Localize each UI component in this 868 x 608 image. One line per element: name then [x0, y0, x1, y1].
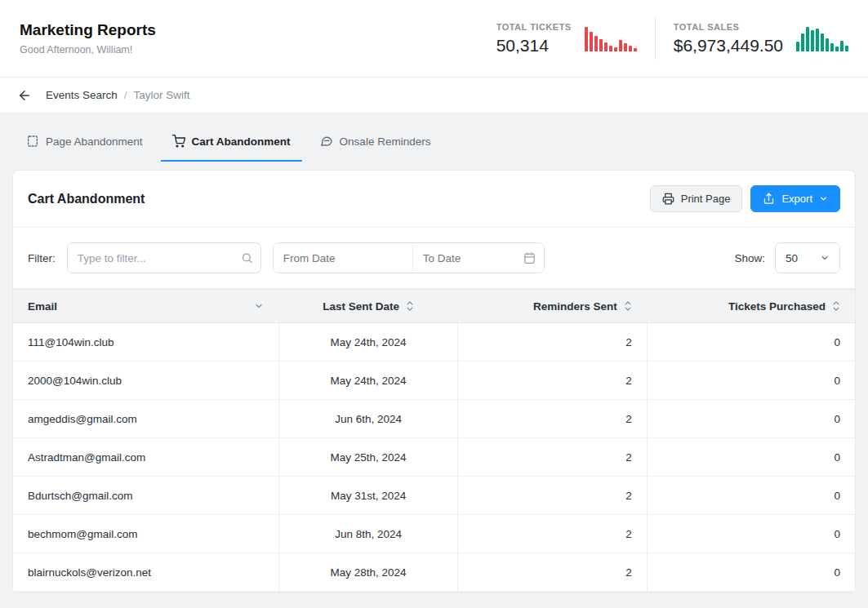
tab-page-abandonment[interactable]: Page Abandonment: [15, 123, 154, 162]
print-page-button[interactable]: Print Page: [650, 185, 743, 212]
cart-abandonment-table: Email Last Sent Date: [13, 289, 855, 592]
table-cell: 111@104win.club: [13, 323, 279, 362]
card-header: Cart Abandonment Print Page Export: [13, 171, 855, 228]
tab-label: Cart Abandonment: [192, 135, 291, 148]
sort-desc-icon: [254, 301, 264, 311]
cart-abandonment-card: Cart Abandonment Print Page Export Filte…: [12, 170, 856, 592]
total-tickets-label: TOTAL TICKETS: [496, 22, 572, 32]
table-cell: 2: [457, 438, 647, 477]
tab-bar: Page Abandonment Cart Abandonment Onsale…: [0, 123, 868, 162]
table-cell: 2: [457, 362, 647, 400]
column-header-last-sent-date[interactable]: Last Sent Date: [279, 290, 458, 323]
stats-divider: [655, 17, 656, 60]
show-group: Show: 50: [734, 242, 840, 273]
table-cell: 2: [457, 515, 647, 553]
tab-onsale-reminders[interactable]: Onsale Reminders: [309, 123, 443, 162]
column-header-tickets-purchased[interactable]: Tickets Purchased: [647, 290, 855, 323]
total-tickets-value: 50,314: [496, 36, 572, 55]
chat-icon: [320, 135, 333, 148]
tab-cart-abandonment[interactable]: Cart Abandonment: [161, 123, 302, 162]
column-header-reminders-sent[interactable]: Reminders Sent: [457, 290, 647, 323]
table-cell: Astradtman@gmail.com: [13, 438, 279, 477]
table-cell: May 31st, 2024: [279, 477, 458, 515]
breadcrumb-events-search[interactable]: Events Search: [46, 89, 118, 101]
page-size-value: 50: [786, 252, 798, 264]
sort-toggle-icon: [832, 300, 840, 312]
total-sales-value: $6,973,449.50: [674, 36, 783, 55]
table-cell: 0: [647, 400, 855, 438]
table-cell: amgeddis@gmail.com: [13, 400, 279, 438]
column-label: Email: [28, 300, 57, 313]
stat-total-tickets: TOTAL TICKETS 50,314: [496, 22, 637, 55]
table-row: blairnuckols@verizon.netMay 28th, 202420: [13, 553, 855, 592]
table-cell: 2: [457, 400, 647, 438]
filter-bar: Filter: Show: 50: [13, 228, 855, 289]
table-cell: May 24th, 2024: [279, 323, 458, 362]
table-cell: May 28th, 2024: [279, 553, 458, 592]
brand-block: Marketing Reports Good Afternoon, Willia…: [20, 21, 156, 55]
table-row: 111@104win.clubMay 24th, 202420: [13, 323, 855, 362]
table-cell: 2: [457, 323, 647, 362]
table-row: Astradtman@gmail.comMay 25th, 202420: [13, 438, 855, 477]
tickets-bar-chart: [585, 25, 637, 51]
filter-label: Filter:: [28, 252, 56, 264]
sort-toggle-icon: [406, 300, 414, 312]
breadcrumb-separator: /: [124, 89, 127, 101]
search-icon: [241, 252, 253, 264]
tab-label: Onsale Reminders: [340, 135, 431, 148]
column-label: Reminders Sent: [533, 300, 617, 313]
export-button[interactable]: Export: [750, 185, 840, 212]
top-header: Marketing Reports Good Afternoon, Willia…: [0, 0, 868, 78]
table-cell: 0: [647, 515, 855, 553]
printer-icon: [662, 193, 674, 205]
greeting-text: Good Afternoon, William!: [20, 44, 156, 55]
table-body: 111@104win.clubMay 24th, 2024202000@104w…: [13, 323, 855, 592]
header-stats: TOTAL TICKETS 50,314 TOTAL SALES $6,973,…: [496, 17, 848, 60]
column-header-email[interactable]: Email: [13, 290, 279, 323]
date-range-picker: [273, 242, 545, 273]
page-size-select[interactable]: 50: [775, 242, 840, 273]
table-cell: Jun 8th, 2024: [279, 515, 458, 553]
table-cell: 0: [647, 477, 855, 515]
breadcrumb: Events Search / Taylor Swift: [46, 89, 190, 101]
filter-input-wrap: [67, 242, 261, 273]
table-cell: 2000@104win.club: [13, 362, 279, 400]
export-label: Export: [781, 193, 812, 205]
table-cell: Bdurtsch@gmail.com: [13, 477, 279, 515]
table-cell: May 24th, 2024: [279, 362, 458, 400]
from-date-input[interactable]: [274, 243, 412, 273]
table-cell: Jun 6th, 2024: [279, 400, 458, 438]
cart-icon: [172, 135, 185, 148]
table-cell: 0: [647, 323, 855, 362]
export-icon: [763, 193, 775, 205]
column-label: Tickets Purchased: [728, 300, 826, 313]
table-cell: 0: [647, 362, 855, 400]
column-label: Last Sent Date: [323, 300, 399, 313]
table-cell: May 25th, 2024: [279, 438, 458, 477]
breadcrumb-taylor-swift: Taylor Swift: [134, 89, 190, 101]
chevron-down-icon: [820, 253, 830, 263]
table-cell: bechmom@gmail.com: [13, 515, 279, 553]
sort-toggle-icon: [624, 300, 632, 312]
tab-label: Page Abandonment: [46, 135, 143, 148]
page-title: Marketing Reports: [20, 21, 156, 39]
sales-bar-chart: [796, 25, 848, 51]
print-page-label: Print Page: [681, 193, 731, 205]
table-header-row: Email Last Sent Date: [13, 290, 855, 323]
table-cell: 2: [457, 477, 647, 515]
back-button[interactable]: [15, 86, 34, 105]
calendar-icon: [523, 252, 536, 264]
table-row: amgeddis@gmail.comJun 6th, 202420: [13, 400, 855, 438]
stat-total-sales: TOTAL SALES $6,973,449.50: [674, 22, 848, 55]
table-cell: blairnuckols@verizon.net: [13, 553, 279, 592]
arrow-left-icon: [17, 88, 32, 103]
table-row: 2000@104win.clubMay 24th, 202420: [13, 362, 855, 400]
table-cell: 0: [647, 553, 855, 592]
table-row: bechmom@gmail.comJun 8th, 202420: [13, 515, 855, 553]
show-label: Show:: [734, 252, 765, 264]
table-cell: 0: [647, 438, 855, 477]
filter-input[interactable]: [67, 242, 261, 273]
chevron-down-icon: [819, 194, 828, 203]
breadcrumb-bar: Events Search / Taylor Swift: [0, 78, 868, 113]
card-actions: Print Page Export: [650, 185, 840, 212]
